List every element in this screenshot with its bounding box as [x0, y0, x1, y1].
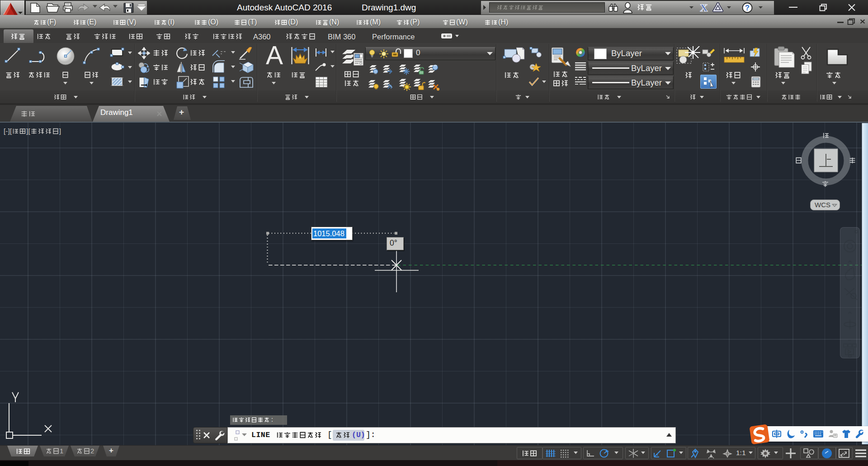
svg-text:X: X [700, 2, 708, 13]
svg-text:?: ? [745, 4, 750, 12]
